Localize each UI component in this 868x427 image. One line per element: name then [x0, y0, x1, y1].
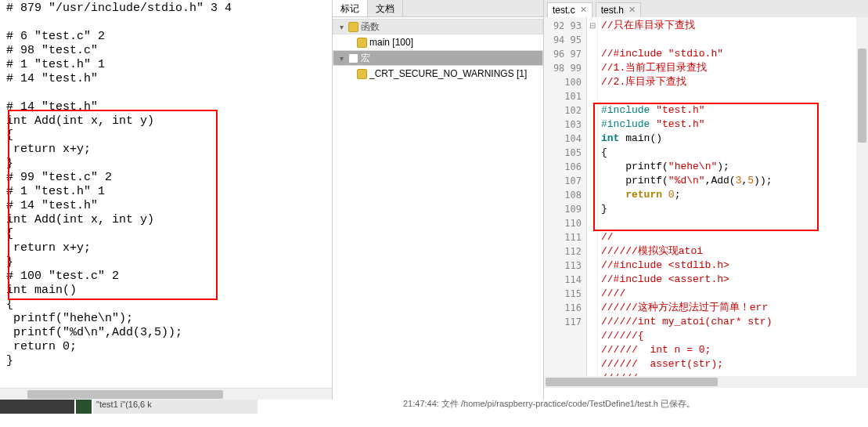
close-icon[interactable]: ✕ — [580, 5, 587, 15]
preprocessor-code[interactable]: # 879 "/usr/include/stdio.h" 3 4 # 6 "te… — [0, 0, 332, 370]
thumbnail — [0, 400, 74, 414]
functions-label: 函数 — [361, 20, 380, 34]
fold-column[interactable]: ⊟ — [587, 17, 598, 388]
source-code[interactable]: //只在库目录下查找 //#include "stdio.h" //1.当前工程… — [598, 17, 868, 388]
collapse-icon: ▾ — [337, 23, 346, 31]
symbol-icon — [357, 69, 367, 79]
symbol-label: main [100] — [369, 37, 413, 48]
symbols-tabs: 标记 文档 — [333, 0, 543, 17]
tree-macros-header[interactable]: ▾ 宏 — [333, 50, 543, 66]
file-tabs: test.c ✕ test.h ✕ — [544, 0, 868, 17]
symbol-icon — [357, 38, 367, 48]
tab-label: test.c — [553, 5, 575, 16]
tab-label: test.h — [601, 5, 624, 16]
horizontal-scrollbar[interactable] — [0, 388, 332, 400]
horizontal-scrollbar[interactable] — [544, 376, 856, 388]
code-editor[interactable]: 92 93 94 95 96 97 98 99 100 101 102 103 … — [544, 17, 868, 388]
editor-panel: test.c ✕ test.h ✕ 92 93 94 95 96 97 98 9… — [544, 0, 868, 400]
symbols-tree[interactable]: ▾ 函数 main [100] ▾ 宏 _CRT_SECURE_NO_WARNI… — [333, 17, 543, 83]
symbol-label: _CRT_SECURE_NO_WARNINGS [1] — [369, 68, 527, 79]
vertical-scrollbar[interactable] — [856, 17, 868, 388]
symbols-panel: 标记 文档 ▾ 函数 main [100] ▾ 宏 _CRT_SECURE_NO… — [333, 0, 544, 400]
macro-icon — [348, 53, 358, 63]
tab-documents[interactable]: 文档 — [368, 0, 403, 16]
preprocessor-output-panel: # 879 "/usr/include/stdio.h" 3 4 # 6 "te… — [0, 0, 333, 400]
function-icon — [348, 22, 358, 32]
tab-test-c[interactable]: test.c ✕ — [547, 2, 592, 17]
close-icon[interactable]: ✕ — [628, 5, 636, 15]
tree-item-macro[interactable]: _CRT_SECURE_NO_WARNINGS [1] — [333, 66, 543, 81]
status-message: 21:47:44: 文件 /home/pi/raspberry-practice… — [403, 398, 695, 410]
collapse-icon: ▾ — [337, 54, 346, 63]
thumbnail — [76, 400, 92, 414]
tab-tags[interactable]: 标记 — [333, 0, 368, 16]
status-text: "test1 i"(16,6 k — [93, 400, 258, 414]
macros-label: 宏 — [361, 52, 370, 65]
line-numbers: 92 93 94 95 96 97 98 99 100 101 102 103 … — [544, 17, 587, 388]
tree-item-main[interactable]: main [100] — [333, 34, 543, 50]
tab-test-h[interactable]: test.h ✕ — [596, 2, 641, 17]
tree-functions-header[interactable]: ▾ 函数 — [333, 19, 543, 34]
